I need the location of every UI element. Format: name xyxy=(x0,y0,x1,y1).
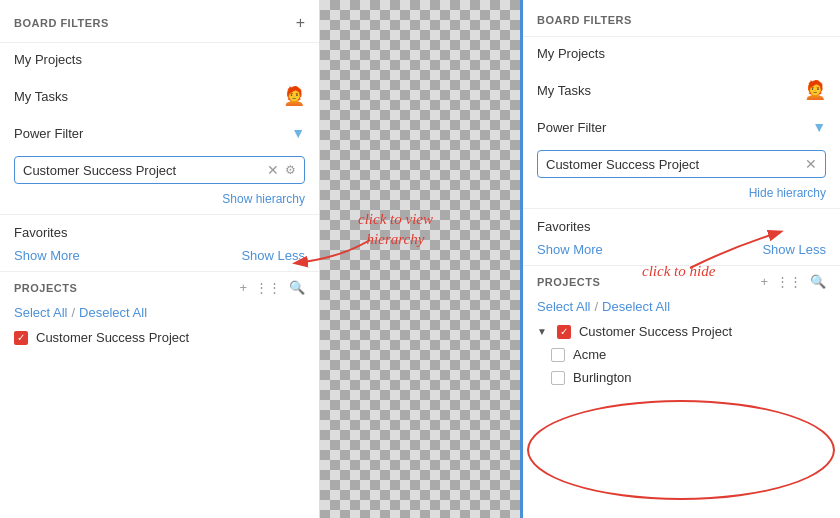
right-my-tasks-avatar: 🧑‍🦰 xyxy=(804,79,826,101)
right-my-tasks-item[interactable]: My Tasks 🧑‍🦰 xyxy=(523,70,840,110)
right-my-projects-label: My Projects xyxy=(537,46,605,61)
right-projects-search-icon[interactable]: 🔍 xyxy=(810,274,826,289)
left-projects-label: PROJECTS xyxy=(14,282,77,294)
right-active-filter-box: Customer Success Project ✕ xyxy=(537,150,826,178)
left-projects-header: PROJECTS + ⋮⋮ 🔍 xyxy=(0,271,319,301)
left-project-checkbox-0[interactable] xyxy=(14,331,28,345)
right-favorites-section: Favorites xyxy=(523,211,840,238)
left-filter-close-icon[interactable]: ✕ xyxy=(267,162,279,178)
left-projects-search-icon[interactable]: 🔍 xyxy=(289,280,305,295)
left-filter-gear-icon[interactable]: ⚙ xyxy=(285,163,296,177)
left-my-tasks-label: My Tasks xyxy=(14,89,68,104)
right-board-filters-header: BOARD FILTERS xyxy=(523,0,840,37)
oval-annotation xyxy=(527,400,835,500)
right-power-filter-icon: ▼ xyxy=(812,119,826,135)
left-slash: / xyxy=(71,305,75,320)
right-chevron-icon-0: ▼ xyxy=(537,326,547,337)
left-my-tasks-avatar: 🧑‍🦰 xyxy=(283,85,305,107)
right-select-all-row: Select All / Deselect All xyxy=(523,295,840,320)
right-projects-hierarchy-icon[interactable]: ⋮⋮ xyxy=(776,274,802,289)
left-power-filter-item[interactable]: Power Filter ▼ xyxy=(0,116,319,150)
right-divider-1 xyxy=(523,208,840,209)
left-favorites-label: Favorites xyxy=(14,225,67,240)
left-show-more-less-row: Show More Show Less xyxy=(0,244,319,271)
left-panel: BOARD FILTERS + My Projects My Tasks 🧑‍🦰… xyxy=(0,0,320,518)
left-show-more-link[interactable]: Show More xyxy=(14,248,80,263)
left-deselect-all-link[interactable]: Deselect All xyxy=(79,305,147,320)
right-show-less-link[interactable]: Show Less xyxy=(762,242,826,257)
left-projects-hierarchy-icon[interactable]: ⋮⋮ xyxy=(255,280,281,295)
right-project-item-0[interactable]: ▼ Customer Success Project xyxy=(523,320,840,343)
right-project-checkbox-0[interactable] xyxy=(557,325,571,339)
right-power-filter-label: Power Filter xyxy=(537,120,606,135)
left-board-filters-title: BOARD FILTERS xyxy=(14,17,109,29)
left-select-all-link[interactable]: Select All xyxy=(14,305,67,320)
right-deselect-all-link[interactable]: Deselect All xyxy=(602,299,670,314)
left-my-tasks-item[interactable]: My Tasks 🧑‍🦰 xyxy=(0,76,319,116)
right-slash: / xyxy=(594,299,598,314)
right-board-filters-title: BOARD FILTERS xyxy=(537,14,632,26)
right-my-projects-item[interactable]: My Projects xyxy=(523,37,840,70)
left-active-filter-text: Customer Success Project xyxy=(23,163,267,178)
right-show-more-link[interactable]: Show More xyxy=(537,242,603,257)
right-panel: BOARD FILTERS My Projects My Tasks 🧑‍🦰 P… xyxy=(520,0,840,518)
left-show-less-link[interactable]: Show Less xyxy=(241,248,305,263)
right-my-tasks-label: My Tasks xyxy=(537,83,591,98)
right-filter-close-icon[interactable]: ✕ xyxy=(805,156,817,172)
left-active-filter-box: Customer Success Project ✕ ⚙ xyxy=(14,156,305,184)
right-hide-hierarchy-row: Hide hierarchy xyxy=(523,184,840,206)
right-projects-header: PROJECTS + ⋮⋮ 🔍 xyxy=(523,265,840,295)
left-add-filter-button[interactable]: + xyxy=(296,14,305,32)
right-project-name-0: Customer Success Project xyxy=(579,324,732,339)
right-favorites-label: Favorites xyxy=(537,219,590,234)
right-projects-add-icon[interactable]: + xyxy=(760,274,768,289)
left-my-projects-item[interactable]: My Projects xyxy=(0,43,319,76)
right-project-checkbox-1[interactable] xyxy=(551,348,565,362)
right-active-filter-icons: ✕ xyxy=(805,156,817,172)
right-project-checkbox-2[interactable] xyxy=(551,371,565,385)
right-project-name-1: Acme xyxy=(573,347,606,362)
left-power-filter-label: Power Filter xyxy=(14,126,83,141)
right-show-more-less-row: Show More Show Less xyxy=(523,238,840,265)
left-show-hierarchy-link[interactable]: Show hierarchy xyxy=(222,192,305,206)
left-favorites-section: Favorites xyxy=(0,217,319,244)
left-my-projects-label: My Projects xyxy=(14,52,82,67)
right-project-item-1[interactable]: Acme xyxy=(523,343,840,366)
left-projects-add-icon[interactable]: + xyxy=(239,280,247,295)
right-projects-icons: + ⋮⋮ 🔍 xyxy=(760,274,826,289)
left-project-item-0[interactable]: Customer Success Project xyxy=(0,326,319,349)
left-show-hierarchy-row: Show hierarchy xyxy=(0,190,319,212)
left-divider-1 xyxy=(0,214,319,215)
right-projects-label: PROJECTS xyxy=(537,276,600,288)
left-projects-icons: + ⋮⋮ 🔍 xyxy=(239,280,305,295)
right-hide-hierarchy-link[interactable]: Hide hierarchy xyxy=(749,186,826,200)
right-select-all-link[interactable]: Select All xyxy=(537,299,590,314)
left-power-filter-icon: ▼ xyxy=(291,125,305,141)
right-project-item-2[interactable]: Burlington xyxy=(523,366,840,389)
left-project-name-0: Customer Success Project xyxy=(36,330,189,345)
left-active-filter-icons: ✕ ⚙ xyxy=(267,162,296,178)
right-power-filter-item[interactable]: Power Filter ▼ xyxy=(523,110,840,144)
right-active-filter-text: Customer Success Project xyxy=(546,157,805,172)
left-board-filters-header: BOARD FILTERS + xyxy=(0,0,319,43)
right-project-name-2: Burlington xyxy=(573,370,632,385)
left-select-all-row: Select All / Deselect All xyxy=(0,301,319,326)
